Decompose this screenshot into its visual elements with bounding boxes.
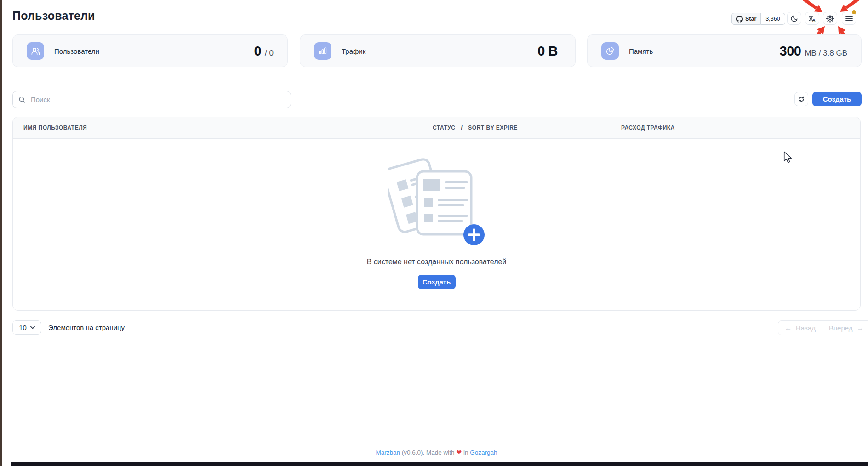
- moon-icon: [790, 15, 798, 23]
- empty-state-create-button[interactable]: Создать: [418, 275, 456, 289]
- settings-button[interactable]: [823, 12, 837, 25]
- pagination-controls: ← Назад Вперед →: [778, 320, 868, 335]
- window-bottom-bar: [11, 462, 868, 466]
- column-header-status-expire: СТАТУС / SORT BY EXPIRE: [433, 125, 518, 131]
- stat-card-memory: Память 300 MB / 3.8 GB: [587, 34, 862, 67]
- arrow-right-icon: →: [857, 324, 864, 332]
- create-user-button[interactable]: Создать: [812, 92, 862, 106]
- search-box: [12, 91, 291, 108]
- sort-by-expire[interactable]: SORT BY EXPIRE: [468, 125, 517, 131]
- table-header-row: ИМЯ ПОЛЬЗОВАТЕЛЯ СТАТУС / SORT BY EXPIRE…: [13, 117, 860, 139]
- search-icon: [18, 96, 26, 103]
- empty-state-message: В системе нет созданных пользователей: [13, 258, 860, 266]
- gozargah-link[interactable]: Gozargah: [470, 449, 497, 456]
- stat-value: 0 / 0: [254, 43, 274, 58]
- footer-version-text: (v0.6.0), Made with: [402, 449, 455, 456]
- footer-in-text: in: [463, 449, 468, 456]
- window-left-edge: [0, 0, 2, 466]
- stat-card-traffic: Трафик 0 B: [300, 34, 576, 67]
- search-input[interactable]: [30, 95, 291, 104]
- page-size-label: Элементов на страницу: [48, 320, 125, 335]
- plus-circle-icon: [463, 224, 485, 245]
- page-size-value: 10: [19, 324, 27, 331]
- sort-by-status[interactable]: СТАТУС: [433, 125, 455, 131]
- page-size-select[interactable]: 10: [12, 320, 41, 335]
- stat-value: 0 B: [537, 43, 561, 58]
- page-title: Пользователи: [12, 9, 95, 23]
- users-table: ИМЯ ПОЛЬЗОВАТЕЛЯ СТАТУС / SORT BY EXPIRE…: [12, 117, 861, 311]
- stat-label: Пользователи: [54, 47, 99, 55]
- stat-value: 300 MB / 3.8 GB: [780, 43, 847, 58]
- marzban-link[interactable]: Marzban: [376, 449, 400, 456]
- translate-icon: A: [808, 15, 816, 23]
- github-star-widget[interactable]: Star 3,360: [731, 13, 785, 25]
- column-header-traffic[interactable]: РАСХОД ТРАФИКА: [621, 125, 675, 131]
- gear-icon: [826, 15, 834, 23]
- prev-page-label: Назад: [796, 324, 816, 332]
- bar-chart-icon: [314, 42, 331, 60]
- pie-chart-icon: [601, 42, 619, 60]
- github-star-count[interactable]: 3,360: [761, 13, 785, 25]
- header-separator: /: [461, 125, 463, 131]
- users-icon: [27, 42, 44, 60]
- heart-icon: ❤: [456, 449, 462, 456]
- arrow-left-icon: ←: [785, 324, 792, 332]
- prev-page-button[interactable]: ← Назад: [778, 321, 822, 335]
- chevron-down-icon: [30, 326, 35, 329]
- svg-text:A: A: [812, 18, 816, 23]
- stat-label: Трафик: [342, 47, 365, 55]
- empty-documents-illustration: [388, 154, 485, 257]
- stat-card-users: Пользователи 0 / 0: [12, 34, 288, 67]
- notification-dot: [852, 10, 856, 14]
- next-page-label: Вперед: [829, 324, 853, 332]
- hamburger-icon: [845, 15, 853, 22]
- refresh-icon: [798, 96, 805, 103]
- github-star-label: Star: [745, 16, 756, 22]
- theme-toggle-button[interactable]: [787, 12, 801, 25]
- language-button[interactable]: A: [805, 12, 819, 25]
- stat-label: Память: [629, 47, 653, 55]
- column-header-username[interactable]: ИМЯ ПОЛЬЗОВАТЕЛЯ: [23, 125, 87, 131]
- github-icon: [736, 16, 743, 23]
- github-star-button[interactable]: Star: [731, 13, 761, 25]
- refresh-button[interactable]: [794, 92, 808, 106]
- footer: Marzban (v0.6.0), Made with ❤ in Gozarga…: [12, 449, 861, 456]
- next-page-button[interactable]: Вперед →: [822, 321, 868, 335]
